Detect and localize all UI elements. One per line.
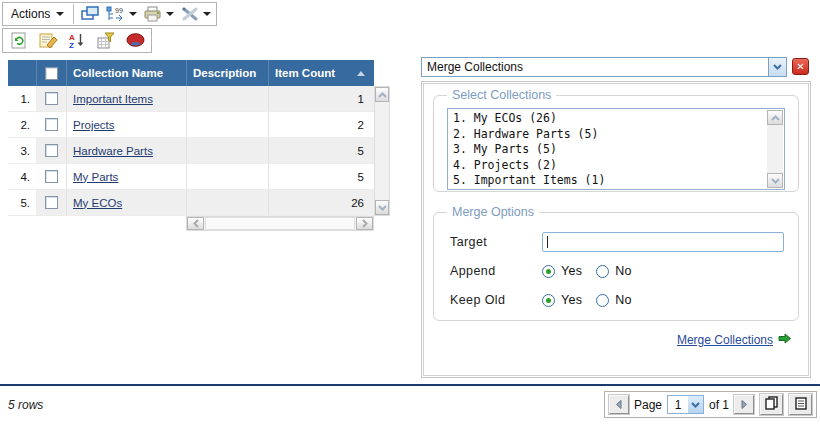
green-arrow-right-icon bbox=[778, 333, 791, 347]
row-number: 2. bbox=[8, 112, 36, 137]
tools-icon bbox=[180, 5, 200, 23]
table-row: 3. Hardware Parts 5 bbox=[8, 138, 374, 164]
tools-button[interactable] bbox=[180, 5, 211, 23]
actions-menu-button[interactable]: Actions bbox=[8, 7, 67, 21]
collection-name-link[interactable]: Hardware Parts bbox=[73, 145, 153, 157]
table-horizontal-scrollbar[interactable] bbox=[186, 216, 374, 231]
select-all-checkbox[interactable] bbox=[45, 67, 58, 80]
listbox-item[interactable]: 1. My ECOs (26) bbox=[453, 111, 762, 127]
keep-old-yes-radio[interactable] bbox=[542, 294, 555, 307]
bulk-change-button[interactable]: 99 bbox=[106, 5, 137, 23]
next-page-button[interactable] bbox=[734, 395, 754, 414]
page-number-select[interactable]: 1 bbox=[667, 395, 704, 414]
scroll-down-icon[interactable] bbox=[767, 173, 783, 188]
listbox-item[interactable]: 3. My Parts (5) bbox=[453, 142, 762, 158]
chevron-down-icon bbox=[56, 12, 64, 16]
collection-name-link[interactable]: My ECOs bbox=[73, 197, 122, 209]
chevron-down-icon[interactable] bbox=[768, 58, 786, 76]
yes-label: Yes bbox=[561, 264, 582, 278]
chevron-down-icon bbox=[166, 12, 174, 16]
sort-icon[interactable]: AZ bbox=[67, 32, 87, 50]
panel-mode-select[interactable]: Merge Collections bbox=[421, 57, 787, 77]
pagination-bar: Page 1 of 1 bbox=[604, 391, 817, 418]
print-button[interactable] bbox=[143, 5, 174, 23]
keep-old-no-radio[interactable] bbox=[596, 294, 609, 307]
append-row: Append Yes No bbox=[450, 261, 784, 281]
table-row: 1. Important Items 1 bbox=[8, 86, 374, 112]
scrollbar-thumb[interactable] bbox=[205, 217, 355, 230]
description-cell bbox=[186, 112, 268, 137]
chevron-down-icon bbox=[688, 396, 703, 413]
no-label: No bbox=[615, 293, 632, 307]
chevron-down-icon bbox=[203, 12, 211, 16]
multi-pane-view-button[interactable] bbox=[760, 394, 783, 415]
close-icon[interactable]: ✕ bbox=[792, 58, 809, 75]
target-input[interactable] bbox=[542, 232, 784, 252]
chevron-down-icon bbox=[129, 12, 137, 16]
scroll-right-icon[interactable] bbox=[356, 217, 373, 230]
item-count-cell: 5 bbox=[268, 164, 374, 189]
printer-icon bbox=[143, 5, 163, 23]
collections-table: Collection Name Description Item Count 1… bbox=[8, 60, 390, 216]
row-checkbox[interactable] bbox=[45, 196, 58, 209]
toolbar-divider bbox=[73, 4, 74, 24]
main-toolbar: Actions 99 bbox=[2, 2, 217, 26]
description-header[interactable]: Description bbox=[186, 60, 268, 86]
select-collections-fieldset: Select Collections 1. My ECOs (26) 2. Ha… bbox=[433, 88, 799, 192]
single-pane-view-button[interactable] bbox=[789, 394, 812, 415]
item-count-cell: 26 bbox=[268, 190, 374, 215]
merge-collections-link[interactable]: Merge Collections bbox=[677, 333, 773, 347]
table-row: 5. My ECOs 26 bbox=[8, 190, 374, 216]
row-number: 4. bbox=[8, 164, 36, 189]
row-number: 3. bbox=[8, 138, 36, 163]
filter-icon[interactable] bbox=[96, 32, 116, 50]
row-checkbox[interactable] bbox=[45, 92, 58, 105]
table-vertical-scrollbar[interactable] bbox=[374, 86, 390, 216]
listbox-item[interactable]: 4. Projects (2) bbox=[453, 158, 762, 174]
listbox-item[interactable]: 5. Important Items (1) bbox=[453, 173, 762, 189]
overlapping-windows-icon bbox=[765, 396, 779, 413]
item-count-header[interactable]: Item Count bbox=[268, 60, 374, 86]
target-label: Target bbox=[450, 235, 542, 249]
chart-sphere-icon[interactable] bbox=[125, 32, 145, 50]
row-number-header bbox=[8, 60, 36, 86]
collection-name-link[interactable]: Projects bbox=[73, 119, 115, 131]
collection-name-link[interactable]: Important Items bbox=[73, 93, 153, 105]
collection-name-header[interactable]: Collection Name bbox=[66, 60, 186, 86]
merge-options-fieldset: Merge Options Target Append Yes No Keep … bbox=[433, 205, 799, 321]
merge-options-legend: Merge Options bbox=[447, 205, 539, 219]
collection-name-link[interactable]: My Parts bbox=[73, 171, 118, 183]
append-yes-radio[interactable] bbox=[542, 265, 555, 278]
row-number: 1. bbox=[8, 86, 36, 111]
row-checkbox[interactable] bbox=[45, 170, 58, 183]
no-label: No bbox=[615, 264, 632, 278]
keep-old-row: Keep Old Yes No bbox=[450, 290, 784, 310]
table-row: 2. Projects 2 bbox=[8, 112, 374, 138]
document-icon bbox=[795, 397, 807, 413]
scroll-down-icon[interactable] bbox=[375, 200, 389, 215]
table-toolbar: AZ bbox=[2, 28, 152, 53]
append-no-radio[interactable] bbox=[596, 265, 609, 278]
scroll-left-icon[interactable] bbox=[187, 217, 204, 230]
page-total-label: of 1 bbox=[709, 398, 729, 412]
svg-text:Z: Z bbox=[69, 41, 74, 49]
description-cell bbox=[186, 164, 268, 189]
collections-listbox[interactable]: 1. My ECOs (26) 2. Hardware Parts (5) 3.… bbox=[447, 108, 785, 190]
listbox-scrollbar[interactable] bbox=[767, 110, 783, 188]
table-header-row: Collection Name Description Item Count bbox=[8, 60, 374, 86]
sort-ascending-icon bbox=[357, 71, 365, 76]
new-window-icon[interactable] bbox=[80, 5, 100, 23]
panel-title: Merge Collections bbox=[422, 60, 768, 74]
refresh-icon[interactable] bbox=[9, 32, 29, 50]
listbox-item[interactable]: 2. Hardware Parts (5) bbox=[453, 127, 762, 143]
edit-icon[interactable] bbox=[38, 32, 58, 50]
row-checkbox[interactable] bbox=[45, 144, 58, 157]
row-checkbox[interactable] bbox=[45, 118, 58, 131]
scroll-up-icon[interactable] bbox=[767, 110, 783, 125]
previous-page-button[interactable] bbox=[609, 395, 629, 414]
yes-label: Yes bbox=[561, 293, 582, 307]
panel-inner: Select Collections 1. My ECOs (26) 2. Ha… bbox=[423, 83, 809, 376]
item-count-cell: 2 bbox=[268, 112, 374, 137]
merge-action-row: Merge Collections bbox=[433, 333, 791, 347]
scroll-up-icon[interactable] bbox=[375, 87, 389, 102]
